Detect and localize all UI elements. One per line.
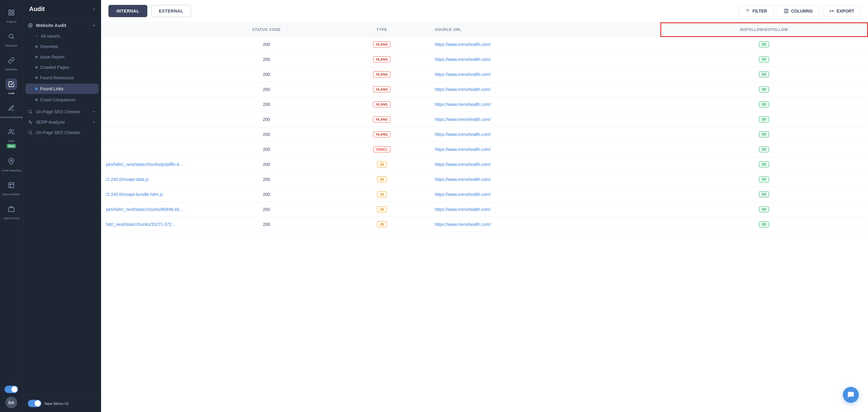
- table-row: 200HLANGhttps://www.menshealth.com/DF: [101, 127, 868, 142]
- cell-status: 200: [199, 217, 334, 232]
- type-badge: JS: [377, 176, 386, 183]
- research-label: Research: [5, 44, 18, 47]
- serp-analyzer-section[interactable]: SERP Analyzer: [23, 116, 101, 126]
- export-button[interactable]: EXPORT: [823, 5, 861, 17]
- report-builder-label: Report Builder: [2, 193, 20, 196]
- type-badge: CNNCL: [373, 146, 391, 152]
- cell-type: HLANG: [334, 82, 430, 97]
- sidebar-item-smm[interactable]: SMM Beta: [0, 123, 23, 151]
- sidebar-collapse-btn[interactable]: ‹: [93, 6, 95, 12]
- data-table: STATUS CODE TYPE SOURCE URL NOFOLLOW/DOF…: [101, 22, 868, 232]
- cell-nofollow: DF: [661, 37, 867, 52]
- type-badge: JS: [377, 221, 386, 227]
- chat-fab[interactable]: [843, 387, 859, 403]
- cell-source-url[interactable]: https://www.menshealth.com/: [430, 157, 661, 172]
- tab-internal[interactable]: INTERNAL: [108, 5, 147, 17]
- cell-type: HLANG: [334, 67, 430, 82]
- sidebar-item-crawl-comparison[interactable]: Crawl Comparison: [23, 95, 101, 105]
- type-badge: JS: [377, 206, 386, 213]
- cell-nofollow: DF: [661, 112, 867, 127]
- sidebar-item-local-marketing[interactable]: Local Marketing: [0, 152, 23, 175]
- sidebar-item-overview[interactable]: Overview: [23, 41, 101, 52]
- export-label: EXPORT: [836, 8, 854, 13]
- svg-line-17: [31, 133, 32, 134]
- table-header: STATUS CODE TYPE SOURCE URL NOFOLLOW/DOF…: [101, 23, 868, 37]
- cell-source-url[interactable]: https://www.menshealth.com/: [430, 112, 661, 127]
- table-row: pes/hdm/_next/static/chunks/80498.a5...2…: [101, 202, 868, 217]
- type-badge: HLANG: [373, 101, 391, 107]
- cell-nofollow: DF: [661, 67, 867, 82]
- cell-url: [101, 112, 199, 127]
- df-badge: DF: [759, 161, 769, 167]
- toggle-label: New Menu UI: [44, 401, 69, 406]
- cell-status: 200: [199, 37, 334, 52]
- cell-source-url[interactable]: https://www.menshealth.com/: [430, 67, 661, 82]
- cell-source-url[interactable]: https://www.menshealth.com/: [430, 187, 661, 202]
- sidebar-item-found-resources[interactable]: Found Resources: [23, 72, 101, 83]
- tab-external[interactable]: EXTERNAL: [151, 5, 191, 17]
- filter-icon: [745, 8, 750, 13]
- cell-url: pes/hdm/_next/static/chunks/polyfills-4.…: [101, 157, 199, 172]
- cell-source-url[interactable]: https://www.menshealth.com/: [430, 217, 661, 232]
- sidebar-item-agency-pack[interactable]: Agency Pack: [0, 200, 23, 223]
- cell-source-url[interactable]: https://www.menshealth.com/: [430, 97, 661, 112]
- sidebar-item-projects[interactable]: Projects: [0, 4, 23, 26]
- cell-nofollow: DF: [661, 217, 867, 232]
- cell-type: HLANG: [334, 127, 430, 142]
- cell-source-url[interactable]: https://www.menshealth.com/: [430, 142, 661, 157]
- sidebar-item-audit[interactable]: Audit: [0, 75, 23, 98]
- content-marketing-label: Content Marketing: [0, 116, 23, 119]
- cell-source-url[interactable]: https://www.menshealth.com/: [430, 52, 661, 67]
- sidebar-item-report-builder[interactable]: Report Builder: [0, 176, 23, 199]
- df-badge: DF: [759, 56, 769, 62]
- cell-nofollow: DF: [661, 127, 867, 142]
- cell-type: HLANG: [334, 97, 430, 112]
- cell-nofollow: DF: [661, 157, 867, 172]
- sidebar: Projects Research Backlinks Audit: [0, 0, 101, 412]
- columns-button[interactable]: COLUMNS: [777, 5, 819, 17]
- cell-source-url[interactable]: https://www.menshealth.com/: [430, 82, 661, 97]
- sidebar-item-all-reports[interactable]: ↩ All reports: [23, 31, 101, 41]
- on-page-seo-section[interactable]: On-Page SEO Checker: [23, 105, 101, 116]
- cell-url: hdr/_next/static/chunks/35271-372...: [101, 217, 199, 232]
- cell-url: [101, 37, 199, 52]
- sidebar-item-content-marketing[interactable]: Content Marketing: [0, 99, 23, 122]
- col-url: [101, 23, 199, 37]
- cell-nofollow: DF: [661, 52, 867, 67]
- sidebar-menu-panel: Audit ‹ Website Audit ↩ All reports Over…: [23, 0, 101, 412]
- type-badge: HLANG: [373, 86, 391, 92]
- avatar[interactable]: DA: [5, 397, 17, 408]
- df-badge: DF: [759, 116, 769, 122]
- website-audit-section[interactable]: Website Audit: [23, 19, 101, 31]
- on-page-seo-section-2[interactable]: On-Page SEO Checker: [23, 126, 101, 136]
- sidebar-title: Audit ‹: [23, 0, 101, 19]
- nav-icon-strip: Projects Research Backlinks Audit: [0, 0, 23, 412]
- cell-url: [101, 67, 199, 82]
- cell-nofollow: DF: [661, 187, 867, 202]
- table-body: 200HLANGhttps://www.menshealth.com/DF200…: [101, 37, 868, 232]
- type-badge: HLANG: [373, 131, 391, 137]
- table-wrap: STATUS CODE TYPE SOURCE URL NOFOLLOW/DOF…: [101, 22, 868, 412]
- sidebar-item-issue-report[interactable]: Issue Report: [23, 52, 101, 62]
- new-menu-toggle[interactable]: [5, 386, 18, 393]
- new-menu-ui-toggle[interactable]: [28, 400, 41, 407]
- table-row: 200HLANGhttps://www.menshealth.com/DF: [101, 82, 868, 97]
- website-audit-label: Website Audit: [36, 23, 66, 28]
- on-page-seo-label-2: On-Page SEO Checker: [36, 130, 81, 135]
- cell-source-url[interactable]: https://www.menshealth.com/: [430, 127, 661, 142]
- sidebar-item-crawled-pages[interactable]: Crawled Pages: [23, 62, 101, 72]
- df-badge: DF: [759, 146, 769, 152]
- type-badge: HLANG: [373, 71, 391, 77]
- cell-source-url[interactable]: https://www.menshealth.com/: [430, 37, 661, 52]
- sidebar-item-backlinks[interactable]: Backlinks: [0, 52, 23, 74]
- filter-button[interactable]: FILTER: [739, 5, 774, 17]
- cell-type: JS: [334, 157, 430, 172]
- cell-source-url[interactable]: https://www.menshealth.com/: [430, 202, 661, 217]
- cell-source-url[interactable]: https://www.menshealth.com/: [430, 172, 661, 187]
- cell-status: 200: [199, 157, 334, 172]
- cell-status: 200: [199, 52, 334, 67]
- sidebar-item-research[interactable]: Research: [0, 28, 23, 50]
- sidebar-item-found-links[interactable]: Found Links: [25, 84, 99, 94]
- audit-label: Audit: [8, 92, 15, 95]
- sidebar-bottom: New Menu UI: [23, 394, 101, 412]
